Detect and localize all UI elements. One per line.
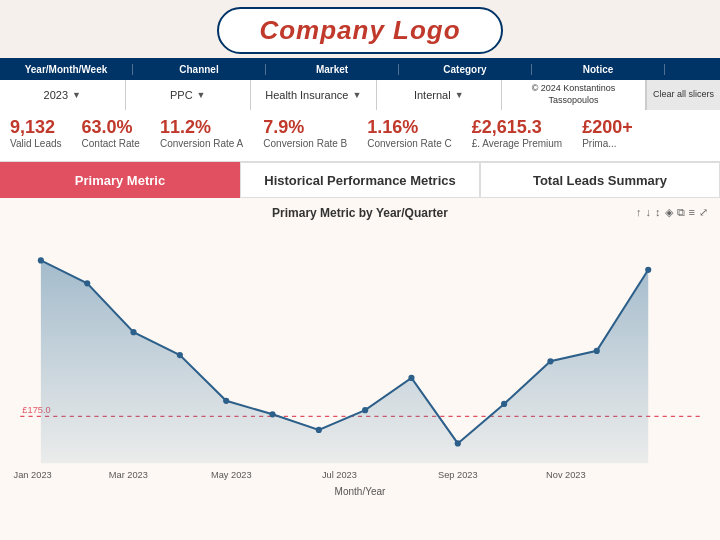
svg-point-7 xyxy=(177,352,183,358)
filter-category-value: Internal xyxy=(414,89,451,101)
filter-category-select[interactable]: Internal ▼ xyxy=(377,80,503,110)
filter-channel-select[interactable]: PPC ▼ xyxy=(126,80,252,110)
chart-area: Primary Metric by Year/Quarter ↑ ↓ ↕ ◈ ⧉… xyxy=(0,198,720,540)
copy-icon[interactable]: ⧉ xyxy=(677,206,685,219)
sort-desc-icon[interactable]: ↓ xyxy=(646,206,652,219)
metrics-row: 9,132 Valid Leads 63.0% Contact Rate 11.… xyxy=(0,110,720,162)
metric-value: 7.9% xyxy=(263,118,347,138)
chart-title: Primary Metric by Year/Quarter xyxy=(10,206,710,220)
clear-slicers-button[interactable]: Clear all slicers xyxy=(646,80,720,110)
svg-point-9 xyxy=(269,411,275,417)
svg-point-14 xyxy=(501,401,507,407)
chart-controls: ↑ ↓ ↕ ◈ ⧉ ≡ ⤢ xyxy=(636,206,708,219)
metric-label: Conversion Rate A xyxy=(160,138,243,149)
filter-channel-value: PPC xyxy=(170,89,193,101)
metric-label: Contact Rate xyxy=(82,138,140,149)
chevron-down-icon: ▼ xyxy=(455,90,464,100)
filter-header-category: Category xyxy=(399,64,532,75)
filter-header-year: Year/Month/Week xyxy=(0,64,133,75)
svg-point-6 xyxy=(130,329,136,335)
svg-point-8 xyxy=(223,398,229,404)
svg-point-17 xyxy=(645,267,651,273)
svg-point-16 xyxy=(594,348,600,354)
metric-valid-leads: 9,132 Valid Leads xyxy=(10,118,62,149)
metric-label: Conversion Rate B xyxy=(263,138,347,149)
metric-value: 63.0% xyxy=(82,118,140,138)
metric-prima: £200+ Prima... xyxy=(582,118,633,149)
header: Company Logo xyxy=(0,0,720,58)
tab-total-leads[interactable]: Total Leads Summary xyxy=(480,162,720,198)
chevron-down-icon: ▼ xyxy=(352,90,361,100)
filter-market-select[interactable]: Health Insurance ▼ xyxy=(251,80,377,110)
metric-label: £. Average Premium xyxy=(472,138,562,149)
svg-point-13 xyxy=(455,440,461,446)
svg-point-12 xyxy=(408,375,414,381)
svg-point-11 xyxy=(362,407,368,413)
svg-text:Jan 2023: Jan 2023 xyxy=(14,470,52,480)
filter-header-market: Market xyxy=(266,64,399,75)
filter-notice-cell: © 2024 Konstantinos Tassopoulos xyxy=(502,80,646,110)
filter-year-select[interactable]: 2023 ▼ xyxy=(0,80,126,110)
svg-text:Jul 2023: Jul 2023 xyxy=(322,470,357,480)
sort-asc-icon[interactable]: ↑ xyxy=(636,206,642,219)
metric-value: £200+ xyxy=(582,118,633,138)
filter-header-channel: Channel xyxy=(133,64,266,75)
tab-bar: Primary Metric Historical Performance Me… xyxy=(0,162,720,198)
tab-historical-performance[interactable]: Historical Performance Metrics xyxy=(240,162,480,198)
metric-contact-rate: 63.0% Contact Rate xyxy=(82,118,140,149)
sort-both-icon[interactable]: ↕ xyxy=(655,206,661,219)
logo-container: Company Logo xyxy=(217,7,502,54)
expand-icon[interactable]: ⤢ xyxy=(699,206,708,219)
filter-icon[interactable]: ◈ xyxy=(665,206,673,219)
filter-market-value: Health Insurance xyxy=(265,89,348,101)
notice-text: © 2024 Konstantinos Tassopoulos xyxy=(506,83,641,106)
chevron-down-icon: ▼ xyxy=(197,90,206,100)
chart-svg: £175.0 xyxy=(10,224,710,484)
metric-conv-a: 11.2% Conversion Rate A xyxy=(160,118,243,149)
svg-text:Sep 2023: Sep 2023 xyxy=(438,470,478,480)
metric-label: Valid Leads xyxy=(10,138,62,149)
metric-avg-premium: £2,615.3 £. Average Premium xyxy=(472,118,562,149)
x-axis-label: Month/Year xyxy=(10,486,710,497)
filter-select-row: 2023 ▼ PPC ▼ Health Insurance ▼ Internal… xyxy=(0,80,720,110)
svg-point-10 xyxy=(316,427,322,433)
filter-header-notice: Notice xyxy=(532,64,665,75)
logo-text: Company Logo xyxy=(259,15,460,45)
metric-label: Prima... xyxy=(582,138,633,149)
tab-primary-metric[interactable]: Primary Metric xyxy=(0,162,240,198)
svg-point-15 xyxy=(547,358,553,364)
svg-text:May 2023: May 2023 xyxy=(211,470,252,480)
metric-conv-b: 7.9% Conversion Rate B xyxy=(263,118,347,149)
chevron-down-icon: ▼ xyxy=(72,90,81,100)
metric-value: 11.2% xyxy=(160,118,243,138)
metric-value: £2,615.3 xyxy=(472,118,562,138)
svg-point-5 xyxy=(84,280,90,286)
metric-value: 9,132 xyxy=(10,118,62,138)
menu-icon[interactable]: ≡ xyxy=(689,206,695,219)
filter-header-row: Year/Month/Week Channel Market Category … xyxy=(0,58,720,80)
svg-text:Mar 2023: Mar 2023 xyxy=(109,470,148,480)
filter-year-value: 2023 xyxy=(44,89,68,101)
svg-text:Nov 2023: Nov 2023 xyxy=(546,470,586,480)
metric-label: Conversion Rate C xyxy=(367,138,451,149)
metric-conv-c: 1.16% Conversion Rate C xyxy=(367,118,451,149)
chart-container: £175.0 xyxy=(10,224,710,484)
svg-point-4 xyxy=(38,257,44,263)
metric-value: 1.16% xyxy=(367,118,451,138)
